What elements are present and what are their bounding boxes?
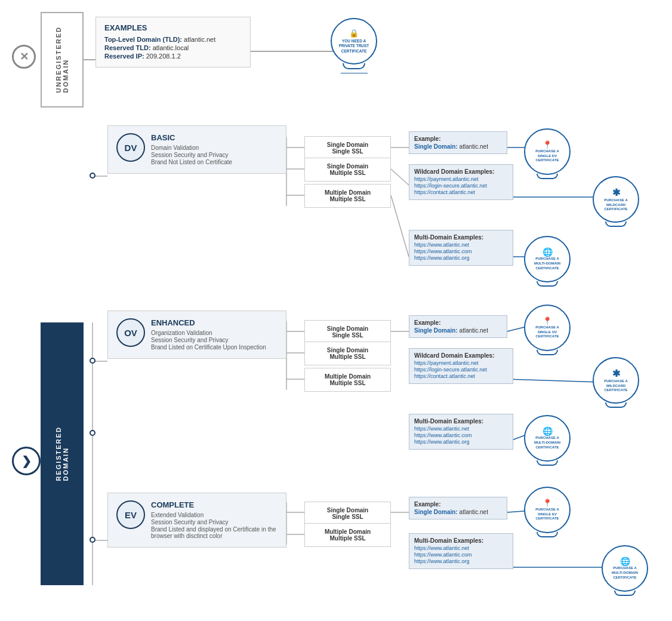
unregistered-x-circle: ✕: [12, 45, 36, 69]
dv-wildcard-example: Wildcard Domain Examples: https://paymen…: [409, 164, 513, 200]
unregistered-label: UNREGISTEREDDOMAIN: [55, 26, 69, 93]
dv-wildcard-badge-text: PURCHASE AWILDCARDCERTIFICATE: [604, 198, 627, 212]
ov-title: ENHANCED: [151, 318, 278, 327]
private-trust-badge: 🔒 YOU NEED APRIVATE TRUSTCERTIFICATE: [327, 18, 381, 78]
ev-single-badge[interactable]: 📍 PURCHASE ASINGLE EVCERTIFICATE: [524, 487, 571, 533]
ov-branch-dot: [90, 358, 95, 364]
ov-single-example: Example: Single Domain: atlantic.net: [409, 315, 507, 338]
private-trust-text: YOU NEED APRIVATE TRUSTCERTIFICATE: [339, 39, 369, 54]
ev-title: COMPLETE: [151, 500, 278, 509]
ov-single-badge-text: PURCHASE ASINGLE OVCERTIFICATE: [535, 325, 559, 339]
dv-branch-dot: [90, 173, 95, 179]
ev-multi-example: Multi-Domain Examples: https://www.atlan…: [409, 533, 513, 569]
dv-single-example: Example: Single Domain: atlantic.net: [409, 131, 507, 154]
svg-line-21: [507, 379, 600, 382]
dv-multi-badge[interactable]: 🌐 PURCHASE AMULTI-DOMAINCERTIFICATE: [524, 236, 571, 282]
ov-subtitle1: Organization Validation: [151, 330, 278, 336]
examples-box: EXAMPLES Top-Level Domain (TLD): atlanti…: [95, 17, 251, 67]
dv-single-badge[interactable]: 📍 PURCHASE ASINGLE DVCERTIFICATE: [524, 128, 571, 175]
dv-subtitle2: Session Security and Privacy: [151, 152, 278, 158]
dv-single-domain-single-ssl: Single DomainSingle SSL: [304, 136, 391, 160]
examples-tld: Top-Level Domain (TLD): atlantic.net: [104, 36, 242, 43]
ev-multiple-domain-multiple-ssl: Multiple DomainMultiple SSL: [304, 523, 391, 547]
dv-multiple-domain-multiple-ssl: Multiple DomainMultiple SSL: [304, 184, 391, 208]
ev-subtitle2: Session Security and Privacy: [151, 519, 278, 525]
globe-icon: 🌐: [542, 247, 553, 257]
dv-title: BASIC: [151, 133, 278, 142]
ov-wildcard-badge-text: PURCHASE AWILDCARDCERTIFICATE: [604, 379, 627, 393]
dv-wildcard-badge[interactable]: ✱ PURCHASE AWILDCARDCERTIFICATE: [593, 176, 639, 223]
ov-single-badge[interactable]: 📍 PURCHASE ASINGLE OVCERTIFICATE: [524, 305, 571, 351]
ev-branch-dot: [90, 537, 95, 543]
dv-multi-badge-text: PURCHASE AMULTI-DOMAINCERTIFICATE: [534, 257, 560, 270]
location-pin-icon-ov: 📍: [542, 316, 552, 325]
dv-single-badge-text: PURCHASE ASINGLE DVCERTIFICATE: [535, 149, 559, 163]
ev-subtitle1: Extended Validation: [151, 512, 278, 518]
asterisk-icon: ✱: [612, 187, 620, 198]
asterisk-icon-ov: ✱: [612, 368, 620, 379]
ov-multi-badge[interactable]: 🌐 PURCHASE AMULTI-DOMAINCERTIFICATE: [524, 415, 571, 462]
ov-wildcard-example: Wildcard Domain Examples: https://paymen…: [409, 348, 513, 384]
location-pin-icon-ev: 📍: [542, 499, 552, 508]
ev-single-badge-text: PURCHASE ASINGLE EVCERTIFICATE: [535, 508, 559, 521]
ev-badge: EV: [116, 500, 145, 529]
dv-level-box: DV BASIC Domain Validation Session Secur…: [107, 125, 286, 174]
svg-line-10: [391, 169, 409, 185]
examples-reserved-tld: Reserved TLD: atlantic.local: [104, 44, 242, 51]
globe-icon-ev: 🌐: [620, 557, 630, 566]
ov-single-domain-multiple-ssl: Single DomainMultiple SSL: [304, 342, 391, 365]
dv-subtitle1: Domain Validation: [151, 145, 278, 151]
ev-level-box: EV COMPLETE Extended Validation Session …: [107, 493, 286, 548]
dv-single-domain-multiple-ssl: Single DomainMultiple SSL: [304, 158, 391, 182]
dv-multi-example: Multi-Domain Examples: https://www.atlan…: [409, 230, 513, 266]
svg-line-12: [391, 195, 409, 257]
unregistered-domain-box: UNREGISTEREDDOMAIN: [41, 12, 84, 107]
ov-single-domain-single-ssl: Single DomainSingle SSL: [304, 320, 391, 344]
ov-subtitle3: Brand Listed on Certificate Upon Inspect…: [151, 344, 278, 351]
ev-subtitle3: Brand Listed and displayed on Certificat…: [151, 526, 278, 539]
registered-domain-box: REGISTEREDDOMAIN: [41, 322, 84, 585]
ev-multi-badge[interactable]: 🌐 PURCHASE AMULTI-DOMAINCERTIFICATE: [602, 545, 648, 592]
location-pin-icon: 📍: [542, 140, 552, 149]
ev-single-domain-single-ssl: Single DomainSingle SSL: [304, 502, 391, 525]
registered-dot: [90, 430, 95, 436]
lock-icon: 🔒: [349, 29, 359, 38]
ov-badge: OV: [116, 318, 145, 347]
ov-multi-badge-text: PURCHASE AMULTI-DOMAINCERTIFICATE: [534, 436, 560, 450]
ov-multi-example: Multi-Domain Examples: https://www.atlan…: [409, 414, 513, 450]
ov-multiple-domain-multiple-ssl: Multiple DomainMultiple SSL: [304, 368, 391, 392]
ov-subtitle2: Session Security and Privacy: [151, 337, 278, 343]
examples-title: EXAMPLES: [104, 23, 242, 32]
registered-label: REGISTEREDDOMAIN: [55, 426, 69, 481]
examples-reserved-ip: Reserved IP: 209.208.1.2: [104, 53, 242, 60]
registered-arrow-circle: ❯: [12, 447, 41, 475]
globe-icon-ov: 🌐: [542, 426, 553, 436]
ev-multi-badge-text: PURCHASE AMULTI-DOMAINCERTIFICATE: [612, 566, 638, 580]
dv-badge: DV: [116, 133, 145, 162]
ov-wildcard-badge[interactable]: ✱ PURCHASE AWILDCARDCERTIFICATE: [593, 357, 639, 404]
dv-subtitle3: Brand Not Listed on Certificate: [151, 159, 278, 165]
ev-single-example: Example: Single Domain: atlantic.net: [409, 497, 507, 519]
ov-level-box: OV ENHANCED Organization Validation Sess…: [107, 310, 286, 359]
